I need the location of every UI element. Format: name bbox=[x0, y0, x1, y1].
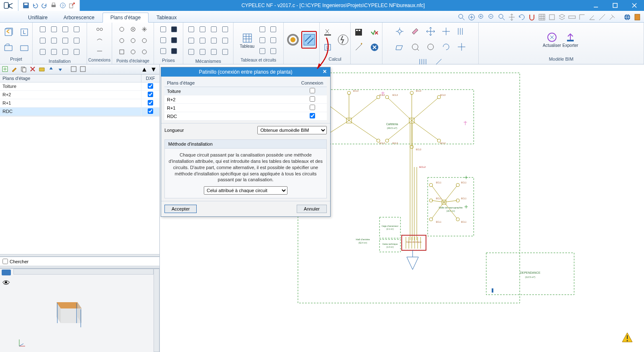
dxf-checkbox[interactable] bbox=[148, 100, 153, 105]
calc-x-icon[interactable] bbox=[367, 40, 382, 54]
install-icon[interactable] bbox=[60, 47, 70, 57]
warning-icon[interactable] bbox=[621, 332, 633, 343]
edit-select2-icon[interactable] bbox=[423, 40, 438, 54]
light-icon[interactable] bbox=[128, 47, 138, 57]
edit-center-icon[interactable] bbox=[393, 24, 407, 39]
zoom-extents-icon[interactable] bbox=[467, 13, 476, 21]
conn-checkbox[interactable] bbox=[310, 113, 315, 118]
circuit-icon[interactable] bbox=[257, 46, 267, 56]
prise-icon[interactable] bbox=[158, 35, 168, 45]
install-icon[interactable] bbox=[72, 24, 82, 34]
install-icon[interactable] bbox=[38, 47, 48, 57]
install-icon[interactable] bbox=[49, 24, 59, 34]
bim-actualiser-button[interactable]: Actualiser bbox=[544, 27, 560, 52]
circuit-icon[interactable] bbox=[268, 35, 278, 45]
mech-icon[interactable] bbox=[209, 36, 219, 46]
settings-icon[interactable] bbox=[608, 13, 616, 21]
prise-icon[interactable] bbox=[169, 35, 179, 45]
circuit-icon[interactable] bbox=[268, 46, 278, 56]
prise-icon[interactable] bbox=[169, 24, 179, 34]
light-icon[interactable] bbox=[139, 47, 149, 57]
zoom-prev-icon[interactable] bbox=[498, 13, 506, 21]
zoom-out-icon[interactable] bbox=[487, 13, 496, 21]
dialog-close-button[interactable]: ✕ bbox=[323, 69, 327, 75]
mech-icon[interactable] bbox=[186, 36, 196, 46]
dxf-icon[interactable] bbox=[70, 66, 78, 73]
install-icon[interactable] bbox=[60, 36, 70, 46]
zoom-window-icon[interactable] bbox=[457, 13, 466, 21]
collapse-up-icon[interactable]: ▲ bbox=[141, 66, 149, 73]
light-icon[interactable] bbox=[128, 36, 138, 46]
redo-icon[interactable] bbox=[41, 2, 48, 9]
circuit-icon[interactable] bbox=[257, 24, 267, 34]
circuit-icon[interactable] bbox=[257, 35, 267, 45]
snap-icon[interactable] bbox=[548, 13, 556, 21]
angle-icon[interactable] bbox=[588, 13, 596, 21]
down-icon[interactable] bbox=[57, 66, 64, 73]
close-button[interactable] bbox=[625, 0, 644, 11]
layers-icon[interactable] bbox=[558, 13, 566, 21]
floor-row[interactable]: Toiture bbox=[0, 82, 159, 91]
mech-icon[interactable] bbox=[186, 47, 196, 57]
save-icon[interactable] bbox=[23, 2, 29, 9]
mech-icon[interactable] bbox=[198, 47, 208, 57]
light-icon[interactable] bbox=[117, 36, 127, 46]
floor-row[interactable]: R+1 bbox=[0, 99, 159, 108]
tab-unifilaire[interactable]: Unifilaire bbox=[20, 13, 56, 22]
folder-icon[interactable] bbox=[38, 66, 46, 73]
install-icon[interactable] bbox=[72, 36, 82, 46]
help-icon[interactable]: ? bbox=[59, 2, 66, 9]
book-icon[interactable] bbox=[633, 13, 641, 21]
install-icon[interactable] bbox=[60, 24, 70, 34]
prise-icon[interactable] bbox=[158, 46, 168, 56]
install-icon[interactable] bbox=[38, 36, 48, 46]
magnet-icon[interactable] bbox=[528, 13, 536, 21]
mech-icon[interactable] bbox=[198, 24, 208, 34]
dxf-checkbox[interactable] bbox=[148, 83, 153, 89]
undo-icon[interactable] bbox=[32, 2, 38, 9]
cable-icon[interactable] bbox=[286, 31, 300, 48]
calcul-bolt-icon[interactable] bbox=[336, 31, 350, 48]
calcul-icon[interactable] bbox=[321, 25, 335, 39]
floor-row[interactable]: RDC bbox=[0, 108, 159, 116]
copy-icon[interactable] bbox=[20, 66, 28, 73]
pan-icon[interactable] bbox=[508, 13, 516, 21]
project-folder-icon[interactable] bbox=[17, 40, 31, 54]
dialog-title-bar[interactable]: Patinillo (conexión entre planos de plan… bbox=[161, 67, 330, 77]
up-icon[interactable] bbox=[48, 66, 55, 73]
edit-rot2-icon[interactable] bbox=[439, 40, 453, 54]
prise-icon[interactable] bbox=[158, 24, 168, 34]
light-icon[interactable] bbox=[128, 24, 138, 34]
cancel-button[interactable]: Annuler bbox=[297, 205, 327, 213]
install-icon[interactable] bbox=[72, 47, 82, 57]
dxf-checkbox[interactable] bbox=[148, 108, 153, 114]
project-open-icon[interactable] bbox=[1, 40, 15, 54]
edit-rotate-icon[interactable] bbox=[393, 40, 407, 54]
edit-array-icon[interactable] bbox=[454, 40, 469, 54]
tab-plans-etage[interactable]: Plans d'étage bbox=[103, 13, 149, 23]
edit-move-icon[interactable] bbox=[423, 24, 438, 39]
conn-checkbox[interactable] bbox=[310, 105, 315, 110]
project-new-icon[interactable] bbox=[1, 25, 15, 39]
zoom-in-icon[interactable] bbox=[477, 13, 486, 21]
project-levels-icon[interactable]: L bbox=[17, 25, 31, 39]
search-checkbox[interactable] bbox=[3, 259, 8, 264]
ortho-icon[interactable] bbox=[578, 13, 586, 21]
tab-arborescence[interactable]: Arborescence bbox=[56, 13, 103, 22]
minimize-button[interactable] bbox=[586, 0, 606, 11]
prise-icon[interactable] bbox=[169, 46, 179, 56]
install-icon[interactable] bbox=[38, 24, 48, 34]
delete-icon[interactable] bbox=[29, 66, 37, 73]
light-icon[interactable] bbox=[139, 24, 149, 34]
add-icon[interactable] bbox=[2, 66, 9, 73]
floor-row[interactable]: R+2 bbox=[0, 91, 159, 99]
mech-icon[interactable] bbox=[198, 36, 208, 46]
eye-icon[interactable]: 👁 bbox=[3, 279, 10, 288]
mech-icon[interactable] bbox=[220, 36, 230, 46]
table-row[interactable]: R+2 bbox=[164, 95, 327, 104]
calc-table-icon[interactable] bbox=[352, 25, 366, 39]
table-row[interactable]: R+1 bbox=[164, 104, 327, 112]
light-icon[interactable] bbox=[117, 24, 127, 34]
edit-copy-icon[interactable] bbox=[439, 24, 453, 39]
edit-select-icon[interactable] bbox=[408, 40, 422, 54]
